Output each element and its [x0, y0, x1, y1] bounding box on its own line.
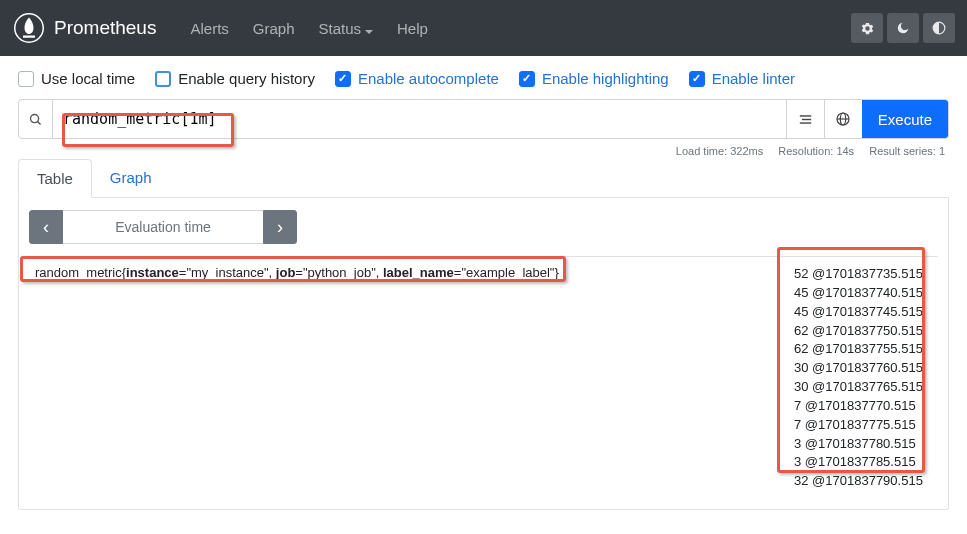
globe-icon: [835, 111, 851, 127]
brand: Prometheus: [12, 11, 156, 45]
chevron-right-icon: ›: [277, 217, 283, 238]
checkbox-label: Enable highlighting: [542, 70, 669, 87]
checkbox-query-history[interactable]: Enable query history: [155, 70, 315, 87]
navbar: Prometheus Alerts Graph Status Help: [0, 0, 967, 56]
theme-contrast-button[interactable]: [923, 13, 955, 43]
brand-title: Prometheus: [54, 17, 156, 39]
half-circle-icon: [932, 21, 946, 35]
checkbox-label: Enable linter: [712, 70, 795, 87]
query-input[interactable]: [53, 100, 786, 138]
query-row: Execute: [18, 99, 949, 139]
theme-dark-button[interactable]: [887, 13, 919, 43]
checkbox-icon: [18, 71, 34, 87]
moon-icon: [896, 21, 910, 35]
status-resolution: Resolution: 14s: [778, 145, 854, 157]
nav-graph[interactable]: Graph: [243, 12, 305, 45]
result-row: random_metric{instance="my_instance", jo…: [29, 256, 938, 499]
status-load-time: Load time: 322ms: [676, 145, 763, 157]
chevron-left-icon: ‹: [43, 217, 49, 238]
options-row: Use local time Enable query history Enab…: [0, 56, 967, 99]
nav-links: Alerts Graph Status Help: [180, 12, 437, 45]
eval-time-display[interactable]: Evaluation time: [63, 210, 263, 244]
status-result-series: Result series: 1: [869, 145, 945, 157]
checkbox-autocomplete[interactable]: Enable autocomplete: [335, 70, 499, 87]
chevron-down-icon: [365, 20, 373, 37]
list-icon: [797, 111, 814, 128]
checkbox-checked-icon: [689, 71, 705, 87]
nav-help[interactable]: Help: [387, 12, 438, 45]
nav-alerts[interactable]: Alerts: [180, 12, 238, 45]
tab-table[interactable]: Table: [18, 159, 92, 198]
result-series-values: 52 @1701837735.515 45 @1701837740.515 45…: [788, 257, 938, 499]
gear-icon: [860, 21, 875, 36]
checkbox-checked-icon: [519, 71, 535, 87]
nav-status-label: Status: [319, 20, 362, 37]
result-panel: ‹ Evaluation time › random_metric{instan…: [18, 198, 949, 510]
eval-next-button[interactable]: ›: [263, 210, 297, 244]
globe-button[interactable]: [824, 100, 862, 138]
svg-point-2: [31, 114, 39, 122]
eval-prev-button[interactable]: ‹: [29, 210, 63, 244]
prometheus-logo-icon: [12, 11, 46, 45]
checkbox-icon: [155, 71, 171, 87]
format-query-button[interactable]: [786, 100, 824, 138]
checkbox-label: Enable query history: [178, 70, 315, 87]
nav-right: [851, 13, 955, 43]
checkbox-checked-icon: [335, 71, 351, 87]
tab-graph[interactable]: Graph: [92, 159, 170, 197]
checkbox-linter[interactable]: Enable linter: [689, 70, 795, 87]
nav-status[interactable]: Status: [309, 12, 384, 45]
result-tabs: Table Graph: [18, 159, 949, 198]
svg-line-3: [38, 121, 41, 124]
execute-button[interactable]: Execute: [862, 100, 948, 138]
checkbox-highlighting[interactable]: Enable highlighting: [519, 70, 669, 87]
checkbox-local-time[interactable]: Use local time: [18, 70, 135, 87]
checkbox-label: Enable autocomplete: [358, 70, 499, 87]
settings-button[interactable]: [851, 13, 883, 43]
checkbox-label: Use local time: [41, 70, 135, 87]
evaluation-time-row: ‹ Evaluation time ›: [29, 210, 938, 244]
query-status: Load time: 322ms Resolution: 14s Result …: [0, 139, 967, 157]
search-icon: [19, 100, 53, 138]
result-series-label: random_metric{instance="my_instance", jo…: [29, 257, 788, 499]
